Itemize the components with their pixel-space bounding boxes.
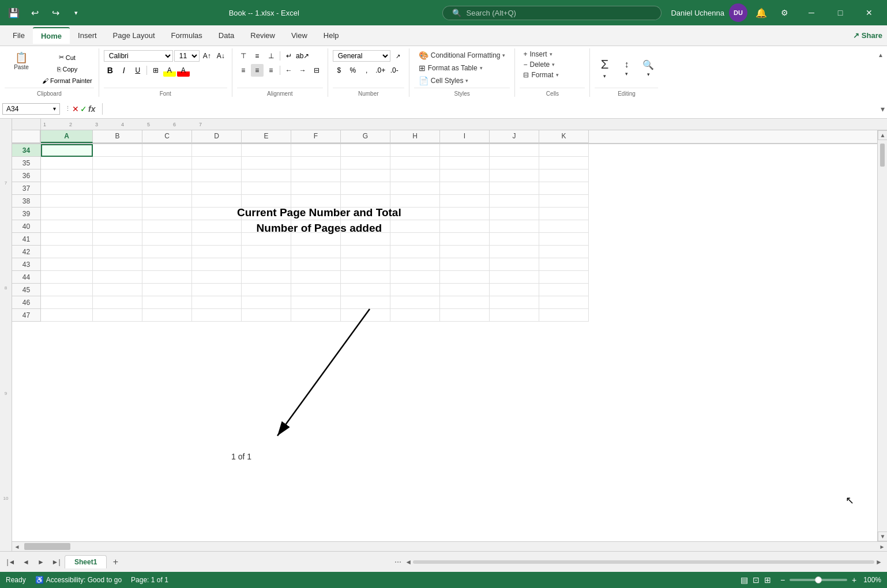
- scroll-right-sheet[interactable]: ►: [875, 558, 882, 566]
- cell-A35[interactable]: [41, 157, 93, 169]
- cell-K40[interactable]: [539, 220, 589, 233]
- function-button[interactable]: fx: [88, 104, 95, 114]
- notification-icon[interactable]: 🔔: [752, 3, 771, 22]
- comma-button[interactable]: ,: [360, 64, 373, 77]
- cell-D35[interactable]: [192, 157, 242, 169]
- h-scroll-thumb[interactable]: [24, 543, 70, 550]
- col-header-E[interactable]: E: [242, 130, 291, 143]
- cell-G43[interactable]: [341, 258, 390, 271]
- cell-E34[interactable]: [242, 144, 291, 157]
- cell-G38[interactable]: [341, 195, 390, 208]
- merge-center-button[interactable]: ⊟: [310, 64, 323, 77]
- scroll-left-sheet[interactable]: ◄: [405, 558, 412, 566]
- cell-I46[interactable]: [440, 296, 490, 309]
- cell-C45[interactable]: [142, 284, 192, 296]
- underline-button[interactable]: U: [131, 64, 144, 77]
- cell-A44[interactable]: [41, 271, 93, 284]
- cell-D46[interactable]: [192, 296, 242, 309]
- cell-C40[interactable]: [142, 220, 192, 233]
- horizontal-scrollbar[interactable]: ◄ ►: [12, 541, 887, 551]
- search-input[interactable]: [466, 9, 652, 17]
- cell-G39[interactable]: [341, 208, 390, 220]
- row-header-39[interactable]: 39: [12, 208, 41, 220]
- cell-C43[interactable]: [142, 258, 192, 271]
- name-box-arrow[interactable]: ▾: [53, 105, 56, 112]
- cell-B47[interactable]: [93, 309, 142, 322]
- cell-I47[interactable]: [440, 309, 490, 322]
- cell-H39[interactable]: [390, 208, 440, 220]
- minimize-button[interactable]: ─: [798, 3, 825, 22]
- cell-A36[interactable]: [41, 169, 93, 182]
- cell-G46[interactable]: [341, 296, 390, 309]
- cell-A45[interactable]: [41, 284, 93, 296]
- scroll-right-button[interactable]: ►: [877, 542, 887, 551]
- tab-help[interactable]: Help: [315, 28, 347, 43]
- redo-icon[interactable]: ↪: [46, 3, 65, 22]
- sheet1-tab[interactable]: Sheet1: [65, 555, 107, 568]
- orientation-button[interactable]: ab↗: [296, 50, 309, 62]
- cell-K36[interactable]: [539, 169, 589, 182]
- ribbon-collapse-button[interactable]: ▲: [877, 51, 885, 59]
- cell-B44[interactable]: [93, 271, 142, 284]
- font-name-select[interactable]: Calibri: [104, 50, 173, 62]
- col-header-K[interactable]: K: [539, 130, 589, 143]
- cell-K42[interactable]: [539, 246, 589, 258]
- align-left-button[interactable]: ≡: [237, 64, 250, 77]
- cell-D34[interactable]: [192, 144, 242, 157]
- cell-E41[interactable]: [242, 233, 291, 246]
- sheet-nav-prev[interactable]: ◄: [20, 556, 32, 568]
- user-avatar[interactable]: DU: [729, 3, 747, 22]
- cell-C46[interactable]: [142, 296, 192, 309]
- border-button[interactable]: ⊞: [149, 64, 162, 77]
- formula-more-icon[interactable]: ⋮: [65, 105, 71, 112]
- cell-J38[interactable]: [490, 195, 539, 208]
- fill-color-button[interactable]: A: [163, 64, 176, 77]
- cell-F46[interactable]: [291, 296, 341, 309]
- format-as-table-button[interactable]: ⊞ Format as Table ▾: [414, 62, 487, 74]
- cell-B40[interactable]: [93, 220, 142, 233]
- col-header-I[interactable]: I: [440, 130, 490, 143]
- cell-A38[interactable]: [41, 195, 93, 208]
- row-header-35[interactable]: 35: [12, 157, 41, 169]
- cell-H36[interactable]: [390, 169, 440, 182]
- cell-G45[interactable]: [341, 284, 390, 296]
- cell-C44[interactable]: [142, 271, 192, 284]
- cell-G41[interactable]: [341, 233, 390, 246]
- cell-I36[interactable]: [440, 169, 490, 182]
- cell-D43[interactable]: [192, 258, 242, 271]
- col-header-J[interactable]: J: [490, 130, 539, 143]
- sheet-nav-last[interactable]: ►|: [50, 556, 62, 568]
- cell-F38[interactable]: [291, 195, 341, 208]
- currency-button[interactable]: $: [333, 64, 345, 77]
- cell-B37[interactable]: [93, 182, 142, 195]
- cell-F44[interactable]: [291, 271, 341, 284]
- cell-J44[interactable]: [490, 271, 539, 284]
- sort-filter-button[interactable]: ↕ ▾: [617, 58, 636, 78]
- close-button[interactable]: ✕: [856, 3, 882, 22]
- cell-K47[interactable]: [539, 309, 589, 322]
- name-box[interactable]: A34 ▾: [2, 103, 60, 115]
- cell-B46[interactable]: [93, 296, 142, 309]
- cell-A43[interactable]: [41, 258, 93, 271]
- cell-F47[interactable]: [291, 309, 341, 322]
- format-painter-button[interactable]: 🖌 Format Painter: [40, 76, 94, 86]
- italic-button[interactable]: I: [118, 64, 130, 77]
- cell-H45[interactable]: [390, 284, 440, 296]
- col-header-D[interactable]: D: [192, 130, 242, 143]
- cell-A34[interactable]: [41, 144, 93, 157]
- row-header-37[interactable]: 37: [12, 182, 41, 195]
- sheet-nav-first[interactable]: |◄: [5, 556, 17, 568]
- cell-J35[interactable]: [490, 157, 539, 169]
- cell-I34[interactable]: [440, 144, 490, 157]
- cell-D38[interactable]: [192, 195, 242, 208]
- cell-H43[interactable]: [390, 258, 440, 271]
- row-header-43[interactable]: 43: [12, 258, 41, 271]
- align-top-button[interactable]: ⊤: [237, 50, 250, 62]
- row-header-47[interactable]: 47: [12, 309, 41, 322]
- percent-button[interactable]: %: [347, 64, 359, 77]
- cell-D44[interactable]: [192, 271, 242, 284]
- cell-B39[interactable]: [93, 208, 142, 220]
- col-header-C[interactable]: C: [142, 130, 192, 143]
- cell-H44[interactable]: [390, 271, 440, 284]
- sheet-options-icon[interactable]: ⋯: [394, 558, 401, 566]
